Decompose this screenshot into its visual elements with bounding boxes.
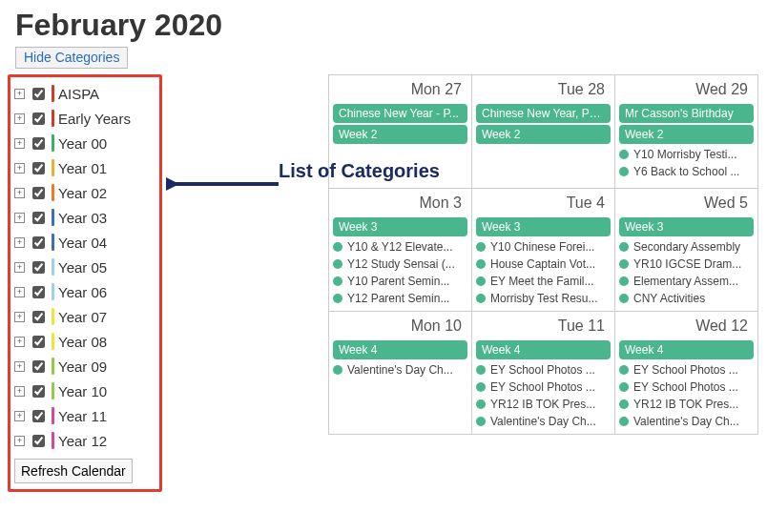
event-pill[interactable]: Week 3 (333, 217, 467, 236)
category-checkbox[interactable] (32, 385, 45, 398)
sidebar-item-category[interactable]: +Year 01 (12, 155, 157, 180)
category-checkbox[interactable] (32, 137, 45, 150)
category-checkbox[interactable] (32, 113, 45, 125)
event-text: EY School Photos ... (633, 380, 738, 394)
event-pill[interactable]: Chinese New Year, Pu... (476, 104, 611, 123)
category-checkbox[interactable] (32, 261, 45, 274)
event-item[interactable]: Valentine's Day Ch... (329, 361, 471, 379)
calendar-day-cell[interactable]: Wed 29Mr Casson's BirthdayWeek 2Y10 Morr… (615, 74, 758, 189)
event-text: Valentine's Day Ch... (490, 415, 596, 428)
category-color-bar (52, 382, 54, 399)
event-item[interactable]: Morrisby Test Resu... (472, 290, 614, 307)
event-pill[interactable]: Week 4 (476, 340, 611, 359)
calendar-week-row: Mon 3Week 3Y10 & Y12 Elevate...Y12 Study… (329, 189, 759, 312)
category-checkbox[interactable] (32, 162, 45, 174)
calendar-day-cell[interactable]: Mon 10Week 4Valentine's Day Ch... (329, 312, 472, 435)
category-checkbox[interactable] (32, 360, 45, 373)
sidebar-item-category[interactable]: +Year 11 (12, 403, 157, 428)
event-item[interactable]: EY School Photos ... (615, 361, 757, 379)
calendar-day-cell[interactable]: Wed 5Week 3Secondary AssemblyYR10 IGCSE … (615, 189, 758, 312)
sidebar-item-category[interactable]: +Year 06 (12, 279, 157, 304)
expand-icon[interactable]: + (14, 386, 25, 397)
expand-icon[interactable]: + (14, 361, 25, 372)
event-item[interactable]: CNY Activities (615, 290, 757, 307)
event-pill[interactable]: Week 4 (333, 340, 467, 359)
event-item[interactable]: Y10 Parent Semin... (329, 273, 471, 290)
event-dot-icon (476, 276, 486, 286)
calendar-day-cell[interactable]: Wed 12Week 4EY School Photos ...EY Schoo… (615, 312, 758, 435)
event-pill[interactable]: Week 2 (333, 125, 467, 144)
event-item[interactable]: YR12 IB TOK Pres... (615, 396, 757, 413)
event-dot-icon (476, 399, 486, 409)
category-checkbox[interactable] (32, 187, 45, 199)
expand-icon[interactable]: + (14, 188, 25, 198)
expand-icon[interactable]: + (14, 89, 25, 99)
event-item[interactable]: Y12 Parent Semin... (329, 290, 471, 307)
event-item[interactable]: YR10 IGCSE Dram... (615, 256, 757, 273)
event-pill[interactable]: Week 2 (476, 125, 611, 144)
category-checkbox[interactable] (32, 435, 45, 447)
sidebar-item-category[interactable]: +AISPA (12, 81, 157, 106)
expand-icon[interactable]: + (14, 138, 25, 149)
sidebar-item-category[interactable]: +Year 04 (12, 230, 157, 255)
sidebar-item-category[interactable]: +Year 08 (12, 329, 157, 354)
expand-icon[interactable]: + (14, 262, 25, 273)
event-pill[interactable]: Week 4 (619, 340, 754, 359)
sidebar-item-category[interactable]: +Year 02 (12, 180, 157, 205)
event-item[interactable]: Secondary Assembly (615, 238, 757, 256)
category-label: Year 09 (58, 358, 107, 375)
event-item[interactable]: EY Meet the Famil... (472, 273, 614, 290)
event-item[interactable]: Elementary Assem... (615, 273, 757, 290)
hide-categories-button[interactable]: Hide Categories (15, 47, 128, 69)
sidebar-item-category[interactable]: +Year 07 (12, 304, 157, 329)
event-item[interactable]: Y10 & Y12 Elevate... (329, 238, 471, 256)
event-item[interactable]: Y10 Chinese Forei... (472, 238, 614, 256)
event-item[interactable]: Y12 Study Sensai (... (329, 256, 471, 273)
sidebar-item-category[interactable]: +Year 12 (12, 428, 157, 453)
event-item[interactable]: Valentine's Day Ch... (615, 413, 757, 430)
event-pill[interactable]: Mr Casson's Birthday (619, 104, 754, 123)
expand-icon[interactable]: + (14, 113, 25, 124)
category-checkbox[interactable] (32, 88, 45, 100)
event-item[interactable]: EY School Photos ... (615, 379, 757, 396)
event-item[interactable]: EY School Photos ... (472, 361, 614, 379)
expand-icon[interactable]: + (14, 237, 25, 248)
sidebar-item-category[interactable]: +Year 00 (12, 131, 157, 155)
category-label: Early Years (58, 111, 131, 127)
event-item[interactable]: YR12 IB TOK Pres... (472, 396, 614, 413)
day-label: Wed 12 (615, 312, 757, 338)
sidebar-item-category[interactable]: +Year 05 (12, 255, 157, 279)
calendar-day-cell[interactable]: Mon 3Week 3Y10 & Y12 Elevate...Y12 Study… (329, 189, 472, 312)
event-item[interactable]: Y6 Back to School ... (615, 163, 757, 180)
event-item[interactable]: Y10 Morrisby Testi... (615, 146, 757, 163)
event-item[interactable]: EY School Photos ... (472, 379, 614, 396)
event-item[interactable]: Valentine's Day Ch... (472, 413, 614, 430)
category-checkbox[interactable] (32, 410, 45, 422)
category-checkbox[interactable] (32, 212, 45, 224)
event-pill[interactable]: Chinese New Year - P... (333, 104, 467, 123)
calendar-day-cell[interactable]: Tue 28Chinese New Year, Pu...Week 2 (472, 74, 615, 189)
calendar-day-cell[interactable]: Tue 11Week 4EY School Photos ...EY Schoo… (472, 312, 615, 435)
expand-icon[interactable]: + (14, 213, 25, 223)
event-pill[interactable]: Week 3 (476, 217, 611, 236)
event-pill[interactable]: Week 2 (619, 125, 754, 144)
expand-icon[interactable]: + (14, 312, 25, 322)
event-item[interactable]: House Captain Vot... (472, 256, 614, 273)
event-pill[interactable]: Week 3 (619, 217, 754, 236)
sidebar-item-category[interactable]: +Year 09 (12, 354, 157, 379)
calendar-day-cell[interactable]: Tue 4Week 3Y10 Chinese Forei...House Cap… (472, 189, 615, 312)
sidebar-item-category[interactable]: +Year 10 (12, 379, 157, 403)
expand-icon[interactable]: + (14, 287, 25, 297)
expand-icon[interactable]: + (14, 337, 25, 347)
sidebar-item-category[interactable]: +Early Years (12, 106, 157, 131)
category-checkbox[interactable] (32, 336, 45, 348)
sidebar-item-category[interactable]: +Year 03 (12, 205, 157, 230)
expand-icon[interactable]: + (14, 163, 25, 174)
refresh-calendar-button[interactable]: Refresh Calendar (14, 459, 133, 483)
expand-icon[interactable]: + (14, 411, 25, 421)
event-dot-icon (619, 417, 629, 426)
category-checkbox[interactable] (32, 286, 45, 298)
category-checkbox[interactable] (32, 236, 45, 249)
expand-icon[interactable]: + (14, 436, 25, 446)
category-checkbox[interactable] (32, 311, 45, 323)
